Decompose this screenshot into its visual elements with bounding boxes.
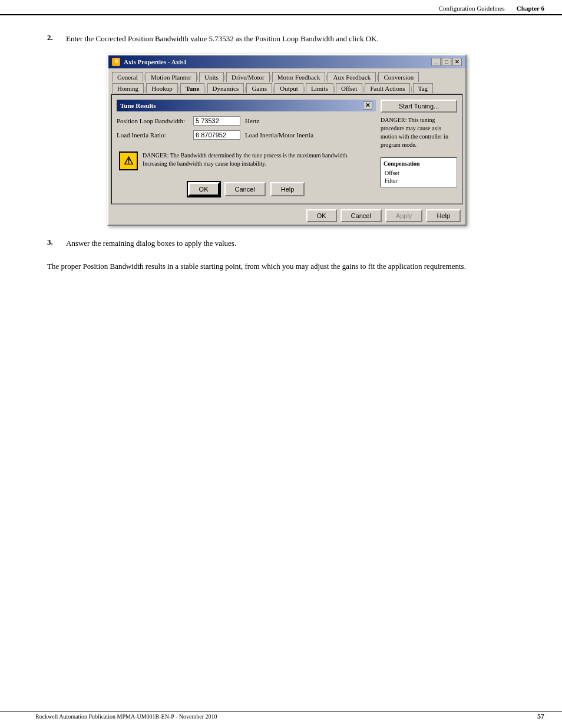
start-tuning-button[interactable]: Start Tuning... <box>381 100 457 113</box>
dialog-cancel-button[interactable]: Cancel <box>340 209 382 222</box>
footer-publication: Rockwell Automation Publication MPMA-UM0… <box>35 713 217 720</box>
tune-results-titlebar: Tune Results ✕ <box>117 100 376 111</box>
step2-container: 2. Enter the Corrected Position Bandwidt… <box>47 33 527 45</box>
warning-area: ⚠ DANGER: The Bandwidth determined by th… <box>117 149 376 173</box>
position-bandwidth-row: Position Loop Bandwidth: Hertz <box>117 116 376 126</box>
tune-ok-button[interactable]: OK <box>188 182 220 196</box>
dialog-icon: ⚙ <box>112 58 120 66</box>
load-inertia-label: Load Inertia Ratio: <box>117 131 193 139</box>
tab-fault-actions[interactable]: Fault Actions <box>365 83 410 93</box>
tabs-area: General | Motion Planner | Units | Drive… <box>108 68 465 94</box>
load-inertia-unit: Load Inertia/Motor Inertia <box>245 131 313 139</box>
tab-general[interactable]: General <box>112 72 143 82</box>
step3-number: 3. <box>47 238 59 249</box>
minimize-button[interactable]: _ <box>431 58 441 66</box>
tune-results-close-button[interactable]: ✕ <box>363 101 372 110</box>
maximize-button[interactable]: □ <box>442 58 451 66</box>
compensation-box: Compensation Offset Filter <box>381 157 457 187</box>
warning-text: DANGER: The Bandwidth determined by the … <box>143 151 373 168</box>
position-bandwidth-label: Position Loop Bandwidth: <box>117 117 193 124</box>
tabs-row2: Homing | Hookup | Tune | Dynamics | Gain… <box>111 82 463 94</box>
titlebar-buttons: _ □ ✕ <box>431 58 462 66</box>
footer-page-number: 57 <box>537 712 544 721</box>
tab-aux-feedback[interactable]: Aux Feedback <box>328 72 376 82</box>
tab-dynamics[interactable]: Dynamics <box>207 83 244 93</box>
load-inertia-input[interactable] <box>193 130 240 140</box>
step3-text: Answer the remaining dialog boxes to app… <box>66 238 527 249</box>
tab-conversion[interactable]: Conversion <box>378 72 419 82</box>
tab-motion-planner[interactable]: Motion Planner <box>146 72 197 82</box>
dialog-help-button[interactable]: Help <box>426 209 461 222</box>
axis-properties-dialog: ⚙ Axis Properties - Axis1 _ □ ✕ General … <box>107 54 467 226</box>
body-paragraph: The proper Position Bandwidth results in… <box>47 261 527 273</box>
tab-units[interactable]: Units <box>199 72 224 82</box>
tabs-row1: General | Motion Planner | Units | Drive… <box>111 71 463 82</box>
tab-drive-motor[interactable]: Drive/Motor <box>226 72 270 82</box>
tune-results-buttons: OK Cancel Help <box>117 180 376 199</box>
dialog-apply-button[interactable]: Apply <box>385 209 423 222</box>
compensation-title: Compensation <box>384 160 454 167</box>
tab-tune[interactable]: Tune <box>180 83 204 94</box>
dialog-title: Axis Properties - Axis1 <box>124 58 187 65</box>
header-chapter: Chapter 6 <box>517 5 544 12</box>
danger-text: DANGER: This tuning procedure may cause … <box>381 116 457 149</box>
tab-limits[interactable]: Limits <box>306 83 333 93</box>
step2-number: 2. <box>47 33 59 45</box>
step2-text: Enter the Corrected Position Bandwidth v… <box>66 33 527 45</box>
tab-hookup[interactable]: Hookup <box>146 83 177 93</box>
dialog-ok-button[interactable]: OK <box>306 209 337 222</box>
compensation-filter[interactable]: Filter <box>384 177 454 185</box>
tune-cancel-button[interactable]: Cancel <box>224 182 266 196</box>
page-header: Configuration Guidelines Chapter 6 <box>0 0 562 15</box>
tune-help-button[interactable]: Help <box>270 182 305 196</box>
tune-results-title: Tune Results <box>120 102 156 109</box>
compensation-offset[interactable]: Offset <box>384 169 454 177</box>
tune-results-subdialog: Tune Results ✕ Position Loop Bandwidth: … <box>117 100 376 199</box>
tab-tag[interactable]: Tag <box>413 83 433 93</box>
load-inertia-row: Load Inertia Ratio: Load Inertia/Motor I… <box>117 130 376 140</box>
dialog-bottom-buttons: OK Cancel Apply Help <box>108 207 465 225</box>
tab-homing[interactable]: Homing <box>112 83 144 93</box>
tab-output[interactable]: Output <box>275 83 303 93</box>
tab-motor-feedback[interactable]: Motor Feedback <box>272 72 325 82</box>
position-bandwidth-unit: Hertz <box>245 117 259 124</box>
close-button[interactable]: ✕ <box>452 58 462 66</box>
dialog-body: Tune Results ✕ Position Loop Bandwidth: … <box>111 94 463 205</box>
step3-container: 3. Answer the remaining dialog boxes to … <box>47 238 527 249</box>
titlebar-title-area: ⚙ Axis Properties - Axis1 <box>112 58 187 66</box>
header-section-title: Configuration Guidelines <box>439 5 505 12</box>
main-content: 2. Enter the Corrected Position Bandwidt… <box>0 15 562 291</box>
warning-icon: ⚠ <box>119 151 138 170</box>
tab-gains[interactable]: Gains <box>246 83 272 93</box>
tab-offset[interactable]: Offset <box>336 83 362 93</box>
position-bandwidth-input[interactable] <box>193 116 240 126</box>
page-footer: Rockwell Automation Publication MPMA-UM0… <box>0 711 562 716</box>
dialog-titlebar: ⚙ Axis Properties - Axis1 _ □ ✕ <box>108 55 465 68</box>
right-panel: Start Tuning... DANGER: This tuning proc… <box>381 100 457 199</box>
